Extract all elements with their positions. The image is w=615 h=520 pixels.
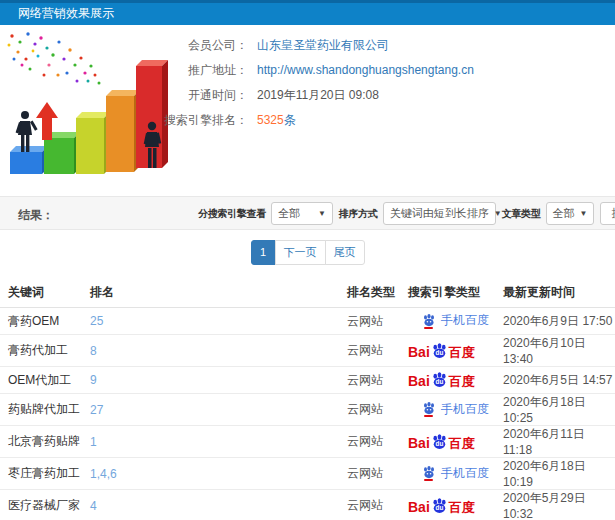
bar-yellow bbox=[76, 112, 110, 174]
engine-cell: 手机百度 Bai du 百度 bbox=[400, 394, 495, 426]
next-page-button[interactable]: 下一页 bbox=[275, 240, 326, 265]
keyword-cell: 医疗器械厂家 bbox=[0, 490, 82, 520]
page-title: 网络营销效果展示 bbox=[18, 3, 114, 24]
chevron-down-icon: ▼ bbox=[318, 209, 326, 218]
page-header-bar: 网络营销效果展示 bbox=[0, 0, 615, 25]
submit-button[interactable]: 提交 bbox=[600, 202, 615, 225]
open-time-row: 开通时间： 2019年11月20日 09:08 bbox=[160, 88, 474, 102]
svg-text:du: du bbox=[435, 349, 443, 356]
engine-cell: 手机百度 Bai du 百度 bbox=[400, 458, 495, 490]
rank-link[interactable]: 27 bbox=[90, 403, 103, 417]
bar-chart-growth-image bbox=[0, 28, 185, 188]
table-row: 膏药OEM 25 云网站 bbox=[0, 308, 615, 335]
rank-link[interactable]: 1,4,6 bbox=[90, 467, 117, 481]
rank-cell: 25 bbox=[82, 308, 339, 335]
rank-link[interactable]: 25 bbox=[90, 314, 103, 328]
filter-controls: 分搜索引擎查看 全部 ▼ 排序方式 关键词由短到长排序 ▼ 文章类型 全部 ▼ … bbox=[198, 202, 615, 225]
keyword-cell: 膏药代加工 bbox=[0, 335, 82, 367]
table-row: OEM代加工 9 云网站 bbox=[0, 367, 615, 394]
rank-link[interactable]: 8 bbox=[90, 344, 97, 358]
table-row: 医疗器械厂家 4 云网站 bbox=[0, 490, 615, 520]
baidu-paw-icon: du bbox=[431, 497, 448, 514]
type-filter-label: 文章类型 bbox=[502, 207, 541, 221]
rank-cell: 27 bbox=[82, 394, 339, 426]
sort-filter-select[interactable]: 关键词由短到长排序 ▼ bbox=[383, 202, 496, 225]
column-header: 排名类型 bbox=[339, 279, 400, 308]
rank-cell: 9 bbox=[82, 367, 339, 394]
engine-filter-value: 全部 bbox=[278, 206, 300, 221]
baidu-paw-icon bbox=[422, 313, 436, 329]
keyword-cell: 药贴牌代加工 bbox=[0, 394, 82, 426]
results-table: 关键词排名排名类型搜索引擎类型最新更新时间 膏药OEM 25 云网站 bbox=[0, 279, 615, 520]
baidu-paw-icon bbox=[422, 465, 436, 481]
keyword-cell: 枣庄膏药加工 bbox=[0, 458, 82, 490]
svg-text:du: du bbox=[435, 440, 443, 447]
rank-link[interactable]: 4 bbox=[90, 499, 97, 513]
mobile-baidu-logo: 手机百度 bbox=[422, 401, 489, 418]
rank-cell: 1 bbox=[82, 426, 339, 458]
engine-rank-value: 5325条 bbox=[257, 112, 296, 129]
rank-type-cell: 云网站 bbox=[339, 308, 400, 335]
rank-cell: 4 bbox=[82, 490, 339, 520]
last-page-button[interactable]: 尾页 bbox=[325, 240, 365, 265]
pagination: 1 下一页 尾页 bbox=[0, 240, 615, 265]
table-row: 北京膏药贴牌 1 云网站 bbox=[0, 426, 615, 458]
engine-rank-label: 搜索引擎排名： bbox=[160, 112, 248, 129]
table-row: 药贴牌代加工 27 云网站 bbox=[0, 394, 615, 426]
baidu-pc-logo: Bai du 百度 bbox=[408, 342, 475, 359]
sort-filter-label: 排序方式 bbox=[339, 207, 378, 221]
baidu-paw-icon: du bbox=[431, 342, 448, 359]
engine-filter-label: 分搜索引擎查看 bbox=[198, 207, 266, 221]
date-cell: 2020年6月9日 17:50 bbox=[495, 308, 615, 335]
open-time-label: 开通时间： bbox=[160, 87, 248, 104]
baidu-paw-icon: du bbox=[431, 371, 448, 388]
chevron-down-icon: ▼ bbox=[494, 209, 502, 218]
rank-link[interactable]: 1 bbox=[90, 435, 97, 449]
svg-text:du: du bbox=[435, 504, 443, 511]
baidu-pc-logo: Bai du 百度 bbox=[408, 371, 475, 388]
column-header: 排名 bbox=[82, 279, 339, 308]
keyword-cell: OEM代加工 bbox=[0, 367, 82, 394]
bar-chart-illustration bbox=[0, 28, 185, 188]
baidu-paw-icon bbox=[422, 401, 436, 417]
rank-type-cell: 云网站 bbox=[339, 426, 400, 458]
engine-filter-select[interactable]: 全部 ▼ bbox=[271, 202, 333, 225]
rank-cell: 8 bbox=[82, 335, 339, 367]
type-filter-select[interactable]: 全部 ▼ bbox=[546, 202, 594, 225]
promo-url-label: 推广地址： bbox=[160, 62, 248, 79]
table-header-row: 关键词排名排名类型搜索引擎类型最新更新时间 bbox=[0, 279, 615, 308]
engine-cell: 手机百度 Bai du 百度 bbox=[400, 308, 495, 335]
date-cell: 2020年6月11日 11:18 bbox=[495, 426, 615, 458]
marketing-report-page: 网络营销效果展示 bbox=[0, 0, 615, 520]
engine-cell: 手机百度 Bai du 百度 bbox=[400, 426, 495, 458]
member-company-label: 会员公司： bbox=[160, 37, 248, 54]
sort-filter-value: 关键词由短到长排序 bbox=[390, 206, 489, 221]
baidu-pc-logo: Bai du 百度 bbox=[408, 497, 475, 514]
results-table-wrap: 关键词排名排名类型搜索引擎类型最新更新时间 膏药OEM 25 云网站 bbox=[0, 279, 615, 520]
member-company-link[interactable]: 山东皇圣堂药业有限公司 bbox=[257, 37, 389, 54]
mobile-baidu-logo: 手机百度 bbox=[422, 465, 489, 482]
date-cell: 2020年6月18日 10:25 bbox=[495, 394, 615, 426]
promo-url-link[interactable]: http://www.shandonghuangshengtang.cn bbox=[257, 63, 474, 77]
bar-orange bbox=[106, 90, 140, 172]
rank-type-cell: 云网站 bbox=[339, 490, 400, 520]
result-label: 结果： bbox=[18, 207, 54, 224]
date-cell: 2020年6月10日 13:40 bbox=[495, 335, 615, 367]
rank-link[interactable]: 9 bbox=[90, 373, 97, 387]
type-filter-value: 全部 bbox=[553, 206, 575, 221]
baidu-pc-logo: Bai du 百度 bbox=[408, 433, 475, 450]
table-row: 膏药代加工 8 云网站 bbox=[0, 335, 615, 367]
member-company-row: 会员公司： 山东皇圣堂药业有限公司 bbox=[160, 38, 474, 52]
rank-type-cell: 云网站 bbox=[339, 394, 400, 426]
date-cell: 2020年6月5日 14:57 bbox=[495, 367, 615, 394]
engine-cell: 手机百度 Bai du 百度 bbox=[400, 367, 495, 394]
table-row: 枣庄膏药加工 1,4,6 云网站 bbox=[0, 458, 615, 490]
rank-count: 5325 bbox=[257, 113, 284, 127]
date-cell: 2020年5月29日 10:32 bbox=[495, 490, 615, 520]
engine-cell: 手机百度 Bai du 百度 bbox=[400, 335, 495, 367]
businessman-left bbox=[16, 111, 38, 152]
rank-type-cell: 云网站 bbox=[339, 367, 400, 394]
rank-type-cell: 云网站 bbox=[339, 458, 400, 490]
column-header: 最新更新时间 bbox=[495, 279, 615, 308]
page-1-button[interactable]: 1 bbox=[251, 240, 276, 265]
